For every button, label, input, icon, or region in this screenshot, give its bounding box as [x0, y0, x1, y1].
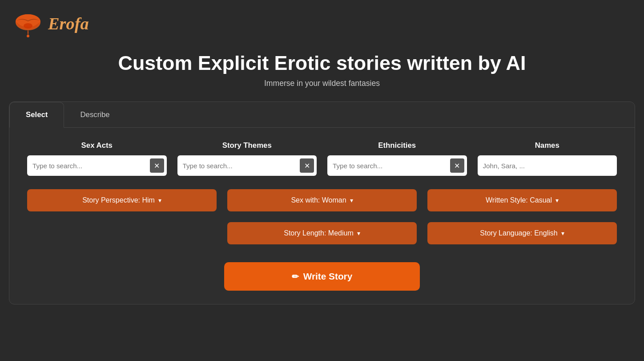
clear-icon-3: ✕: [454, 162, 460, 170]
ethnicities-column: Ethnicities ✕: [327, 141, 467, 176]
story-language-arrow-icon: ▾: [561, 230, 564, 237]
clear-icon-2: ✕: [304, 162, 310, 170]
sex-acts-search-box: ✕: [27, 155, 167, 176]
tab-bar: Select Describe: [9, 102, 635, 128]
hero-section: Custom Explicit Erotic stories written b…: [0, 47, 644, 101]
pencil-icon: ✏: [292, 272, 299, 282]
story-length-arrow-icon: ▾: [357, 230, 360, 237]
ethnicities-search-box: ✕: [327, 155, 467, 176]
sex-acts-column: Sex Acts ✕: [27, 141, 167, 176]
perspective-arrow-icon: ▾: [158, 197, 161, 204]
sex-with-dropdown[interactable]: Sex with: Woman ▾: [227, 189, 417, 211]
story-themes-input[interactable]: [177, 162, 300, 170]
logo-icon: [12, 8, 44, 39]
story-language-label: Story Language: English: [480, 229, 557, 237]
perspective-dropdown[interactable]: Story Perspective: Him ▾: [27, 189, 217, 211]
sex-with-label: Sex with: Woman: [291, 196, 346, 204]
story-themes-column: Story Themes ✕: [177, 141, 317, 176]
write-story-label: Write Story: [303, 271, 353, 282]
write-story-button[interactable]: ✏ Write Story: [224, 262, 420, 291]
tab-select[interactable]: Select: [9, 102, 64, 128]
sex-acts-label: Sex Acts: [27, 141, 167, 150]
search-row: Sex Acts ✕ Story Themes ✕: [27, 141, 617, 176]
sex-acts-input[interactable]: [27, 162, 150, 170]
story-themes-clear-btn[interactable]: ✕: [300, 158, 314, 173]
ethnicities-label: Ethnicities: [327, 141, 467, 150]
form-section: Sex Acts ✕ Story Themes ✕: [9, 141, 635, 291]
written-style-label: Written Style: Casual: [486, 196, 552, 204]
perspective-label: Story Perspective: Him: [82, 196, 155, 204]
logo-container: Erofa: [12, 8, 89, 39]
hero-title: Custom Explicit Erotic stories written b…: [0, 52, 644, 74]
ethnicities-clear-btn[interactable]: ✕: [450, 158, 464, 173]
dropdown-row-1: Story Perspective: Him ▾ Sex with: Woman…: [27, 189, 617, 211]
sex-acts-clear-btn[interactable]: ✕: [150, 158, 164, 173]
story-themes-search-box: ✕: [177, 155, 317, 176]
clear-icon: ✕: [154, 162, 160, 170]
hero-subtitle: Immerse in your wildest fantasies: [0, 79, 644, 88]
write-story-row: ✏ Write Story: [27, 258, 617, 291]
story-length-dropdown[interactable]: Story Length: Medium ▾: [227, 222, 417, 244]
written-style-dropdown[interactable]: Written Style: Casual ▾: [427, 189, 617, 211]
logo-text: Erofa: [48, 14, 89, 33]
names-label: Names: [478, 141, 617, 150]
names-column: Names: [478, 141, 617, 176]
story-length-label: Story Length: Medium: [284, 229, 354, 237]
ethnicities-input[interactable]: [327, 162, 450, 170]
written-style-arrow-icon: ▾: [555, 197, 559, 204]
main-card: Select Describe Sex Acts ✕ Story Themes: [9, 101, 635, 304]
header: Erofa: [0, 0, 644, 47]
svg-point-2: [24, 23, 32, 28]
story-themes-label: Story Themes: [177, 141, 317, 150]
svg-point-3: [27, 35, 29, 37]
dropdown-row-2: Story Length: Medium ▾ Story Language: E…: [27, 222, 617, 244]
story-language-dropdown[interactable]: Story Language: English ▾: [427, 222, 617, 244]
sex-with-arrow-icon: ▾: [350, 197, 353, 204]
names-input[interactable]: [478, 155, 617, 176]
tab-describe[interactable]: Describe: [64, 102, 125, 127]
